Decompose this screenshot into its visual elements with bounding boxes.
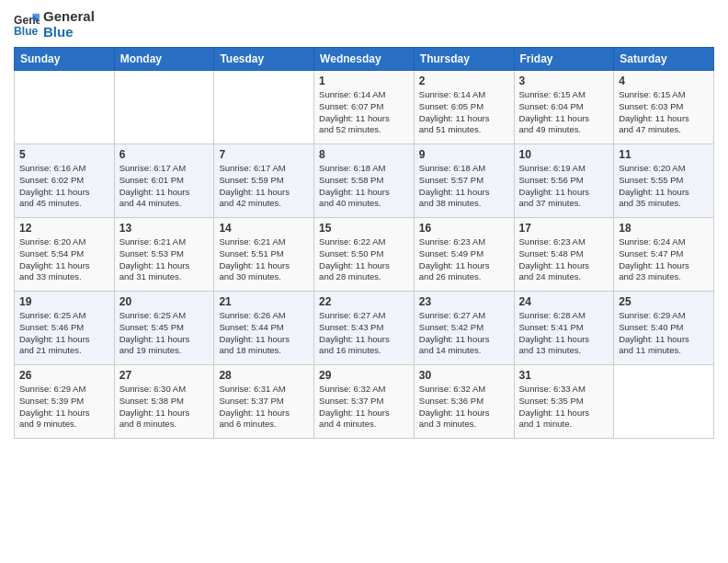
day-info: Sunrise: 6:30 AM Sunset: 5:38 PM Dayligh…: [119, 384, 210, 431]
day-info: Sunrise: 6:22 AM Sunset: 5:50 PM Dayligh…: [319, 236, 409, 283]
day-info: Sunrise: 6:27 AM Sunset: 5:43 PM Dayligh…: [319, 310, 409, 357]
weekday-header-wednesday: Wednesday: [314, 48, 415, 71]
day-cell-6: 6Sunrise: 6:17 AM Sunset: 6:01 PM Daylig…: [114, 144, 214, 218]
calendar-table: SundayMondayTuesdayWednesdayThursdayFrid…: [14, 47, 714, 439]
day-cell-24: 24Sunrise: 6:28 AM Sunset: 5:41 PM Dayli…: [514, 292, 614, 365]
day-info: Sunrise: 6:25 AM Sunset: 5:45 PM Dayligh…: [119, 310, 210, 357]
day-number: 22: [319, 295, 409, 308]
day-number: 13: [119, 222, 210, 235]
day-cell-22: 22Sunrise: 6:27 AM Sunset: 5:43 PM Dayli…: [314, 292, 415, 365]
week-row-4: 19Sunrise: 6:25 AM Sunset: 5:46 PM Dayli…: [15, 292, 714, 365]
day-cell-20: 20Sunrise: 6:25 AM Sunset: 5:45 PM Dayli…: [114, 292, 214, 365]
empty-cell: [614, 365, 714, 439]
day-info: Sunrise: 6:21 AM Sunset: 5:51 PM Dayligh…: [219, 236, 309, 283]
day-info: Sunrise: 6:24 AM Sunset: 5:47 PM Dayligh…: [619, 236, 709, 283]
day-number: 2: [419, 75, 509, 87]
header: General Blue General Blue: [14, 9, 714, 40]
day-number: 27: [119, 369, 210, 382]
day-info: Sunrise: 6:32 AM Sunset: 5:36 PM Dayligh…: [419, 384, 509, 431]
weekday-header-tuesday: Tuesday: [214, 48, 314, 71]
day-info: Sunrise: 6:15 AM Sunset: 6:03 PM Dayligh…: [619, 89, 709, 136]
day-cell-21: 21Sunrise: 6:26 AM Sunset: 5:44 PM Dayli…: [214, 292, 314, 365]
day-number: 5: [19, 148, 109, 161]
day-number: 14: [219, 222, 309, 235]
day-number: 7: [219, 148, 309, 161]
day-cell-23: 23Sunrise: 6:27 AM Sunset: 5:42 PM Dayli…: [414, 292, 514, 365]
empty-cell: [114, 71, 214, 144]
day-cell-28: 28Sunrise: 6:31 AM Sunset: 5:37 PM Dayli…: [214, 365, 314, 439]
day-cell-1: 1Sunrise: 6:14 AM Sunset: 6:07 PM Daylig…: [314, 71, 415, 144]
day-number: 28: [219, 369, 309, 382]
day-cell-31: 31Sunrise: 6:33 AM Sunset: 5:35 PM Dayli…: [514, 365, 614, 439]
day-cell-29: 29Sunrise: 6:32 AM Sunset: 5:37 PM Dayli…: [314, 365, 415, 439]
day-number: 11: [619, 148, 709, 161]
week-row-1: 1Sunrise: 6:14 AM Sunset: 6:07 PM Daylig…: [15, 71, 714, 144]
weekday-header-thursday: Thursday: [414, 48, 514, 71]
day-number: 6: [119, 148, 210, 161]
logo: General Blue General Blue: [14, 9, 95, 40]
empty-cell: [15, 71, 115, 144]
day-number: 18: [619, 222, 709, 235]
day-number: 3: [519, 75, 609, 87]
logo-text-blue: Blue: [43, 25, 95, 40]
day-cell-8: 8Sunrise: 6:18 AM Sunset: 5:58 PM Daylig…: [314, 144, 415, 218]
day-number: 4: [619, 75, 709, 87]
day-cell-3: 3Sunrise: 6:15 AM Sunset: 6:04 PM Daylig…: [514, 71, 614, 144]
day-cell-25: 25Sunrise: 6:29 AM Sunset: 5:40 PM Dayli…: [614, 292, 714, 365]
day-info: Sunrise: 6:18 AM Sunset: 5:58 PM Dayligh…: [319, 163, 409, 210]
day-cell-19: 19Sunrise: 6:25 AM Sunset: 5:46 PM Dayli…: [15, 292, 115, 365]
day-info: Sunrise: 6:23 AM Sunset: 5:49 PM Dayligh…: [419, 236, 509, 283]
week-row-3: 12Sunrise: 6:20 AM Sunset: 5:54 PM Dayli…: [15, 218, 714, 292]
day-cell-16: 16Sunrise: 6:23 AM Sunset: 5:49 PM Dayli…: [414, 218, 514, 292]
day-info: Sunrise: 6:27 AM Sunset: 5:42 PM Dayligh…: [419, 310, 509, 357]
day-cell-7: 7Sunrise: 6:17 AM Sunset: 5:59 PM Daylig…: [214, 144, 314, 218]
day-number: 30: [419, 369, 509, 382]
day-cell-5: 5Sunrise: 6:16 AM Sunset: 6:02 PM Daylig…: [15, 144, 115, 218]
day-number: 12: [19, 222, 109, 235]
day-info: Sunrise: 6:20 AM Sunset: 5:54 PM Dayligh…: [19, 236, 109, 283]
weekday-header-row: SundayMondayTuesdayWednesdayThursdayFrid…: [15, 48, 714, 71]
day-cell-11: 11Sunrise: 6:20 AM Sunset: 5:55 PM Dayli…: [614, 144, 714, 218]
day-number: 16: [419, 222, 509, 235]
day-cell-27: 27Sunrise: 6:30 AM Sunset: 5:38 PM Dayli…: [114, 365, 214, 439]
day-info: Sunrise: 6:17 AM Sunset: 5:59 PM Dayligh…: [219, 163, 309, 210]
day-info: Sunrise: 6:18 AM Sunset: 5:57 PM Dayligh…: [419, 163, 509, 210]
day-number: 26: [19, 369, 109, 382]
day-number: 20: [119, 295, 210, 308]
day-number: 21: [219, 295, 309, 308]
logo-text-general: General: [43, 9, 95, 25]
day-cell-30: 30Sunrise: 6:32 AM Sunset: 5:36 PM Dayli…: [414, 365, 514, 439]
week-row-2: 5Sunrise: 6:16 AM Sunset: 6:02 PM Daylig…: [15, 144, 714, 218]
day-info: Sunrise: 6:23 AM Sunset: 5:48 PM Dayligh…: [519, 236, 609, 283]
day-info: Sunrise: 6:32 AM Sunset: 5:37 PM Dayligh…: [319, 384, 409, 431]
day-number: 29: [319, 369, 409, 382]
day-info: Sunrise: 6:26 AM Sunset: 5:44 PM Dayligh…: [219, 310, 309, 357]
day-cell-14: 14Sunrise: 6:21 AM Sunset: 5:51 PM Dayli…: [214, 218, 314, 292]
weekday-header-saturday: Saturday: [614, 48, 714, 71]
logo-icon: General Blue: [14, 12, 40, 38]
day-number: 8: [319, 148, 409, 161]
day-cell-26: 26Sunrise: 6:29 AM Sunset: 5:39 PM Dayli…: [15, 365, 115, 439]
day-cell-2: 2Sunrise: 6:14 AM Sunset: 6:05 PM Daylig…: [414, 71, 514, 144]
day-cell-10: 10Sunrise: 6:19 AM Sunset: 5:56 PM Dayli…: [514, 144, 614, 218]
day-info: Sunrise: 6:28 AM Sunset: 5:41 PM Dayligh…: [519, 310, 609, 357]
day-info: Sunrise: 6:31 AM Sunset: 5:37 PM Dayligh…: [219, 384, 309, 431]
day-info: Sunrise: 6:14 AM Sunset: 6:05 PM Dayligh…: [419, 89, 509, 136]
day-number: 19: [19, 295, 109, 308]
day-info: Sunrise: 6:29 AM Sunset: 5:39 PM Dayligh…: [19, 384, 109, 431]
day-cell-18: 18Sunrise: 6:24 AM Sunset: 5:47 PM Dayli…: [614, 218, 714, 292]
day-number: 25: [619, 295, 709, 308]
day-info: Sunrise: 6:15 AM Sunset: 6:04 PM Dayligh…: [519, 89, 609, 136]
day-cell-13: 13Sunrise: 6:21 AM Sunset: 5:53 PM Dayli…: [114, 218, 214, 292]
day-info: Sunrise: 6:21 AM Sunset: 5:53 PM Dayligh…: [119, 236, 210, 283]
day-info: Sunrise: 6:16 AM Sunset: 6:02 PM Dayligh…: [19, 163, 109, 210]
day-cell-4: 4Sunrise: 6:15 AM Sunset: 6:03 PM Daylig…: [614, 71, 714, 144]
day-cell-17: 17Sunrise: 6:23 AM Sunset: 5:48 PM Dayli…: [514, 218, 614, 292]
day-number: 9: [419, 148, 509, 161]
day-number: 23: [419, 295, 509, 308]
day-info: Sunrise: 6:29 AM Sunset: 5:40 PM Dayligh…: [619, 310, 709, 357]
day-number: 10: [519, 148, 609, 161]
day-info: Sunrise: 6:19 AM Sunset: 5:56 PM Dayligh…: [519, 163, 609, 210]
day-cell-12: 12Sunrise: 6:20 AM Sunset: 5:54 PM Dayli…: [15, 218, 115, 292]
day-number: 31: [519, 369, 609, 382]
